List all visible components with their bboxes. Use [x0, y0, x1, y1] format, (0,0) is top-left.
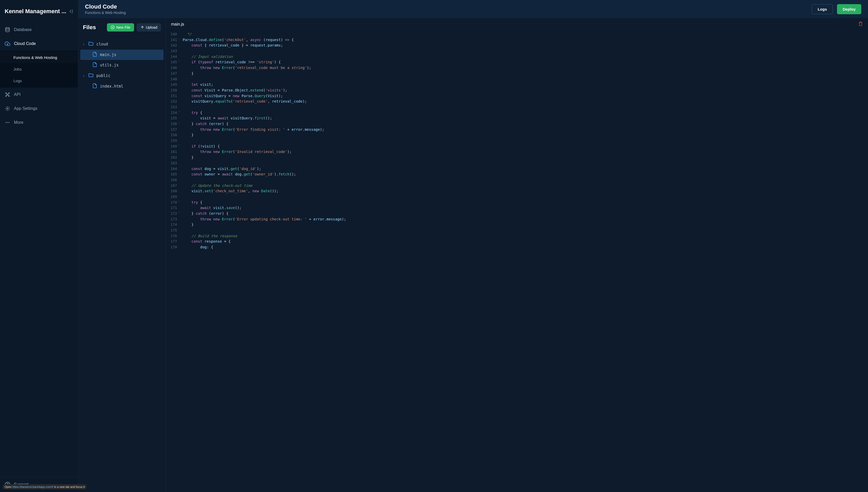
folder-icon [88, 41, 94, 48]
logs-button[interactable]: Logs [812, 4, 833, 14]
header-titles: Cloud Code Functions & Web Hosting [85, 3, 126, 15]
sidebar-header: Kennel Management ... [0, 0, 78, 23]
gear-icon [5, 106, 10, 112]
sidebar: Kennel Management ... Database Cloud Cod… [0, 0, 78, 492]
upload-button[interactable]: Upload [137, 23, 161, 31]
main-header: Cloud Code Functions & Web Hosting Logs … [78, 0, 868, 18]
line-gutter: 140141▾142143144145▾14614714814915015115… [166, 30, 180, 492]
page-subtitle: Functions & Web Hosting [85, 10, 126, 15]
page-title: Cloud Code [85, 3, 126, 10]
svg-point-0 [6, 28, 9, 29]
nav-label: Cloud Code [14, 41, 36, 46]
files-actions: New File Upload [107, 23, 161, 31]
files-panel: Files New File Upload ▾ [78, 18, 166, 492]
caret-down-icon: ▾ [83, 43, 85, 46]
nav-item-more[interactable]: More [0, 116, 78, 129]
editor-tab-active[interactable]: main.js [171, 22, 184, 27]
svg-point-2 [6, 93, 6, 94]
plus-circle-icon [110, 25, 115, 29]
deploy-button[interactable]: Deploy [837, 4, 861, 14]
file-utils-js[interactable]: utils.js [78, 60, 165, 70]
svg-point-4 [6, 96, 6, 96]
new-file-button[interactable]: New File [107, 23, 134, 31]
app-title: Kennel Management ... [5, 8, 66, 15]
files-title: Files [83, 24, 96, 31]
nav-label: More [14, 120, 23, 125]
nav-item-app-settings[interactable]: App Settings [0, 102, 78, 116]
nav-item-api[interactable]: API [0, 88, 78, 102]
file-icon [92, 52, 97, 58]
file-icon [92, 62, 97, 68]
svg-point-7 [6, 122, 6, 123]
api-icon [5, 92, 10, 97]
folder-icon [88, 72, 94, 79]
nav-item-database[interactable]: Database [0, 23, 78, 37]
cloud-icon [5, 41, 10, 47]
folder-public[interactable]: ▾ public [78, 70, 165, 81]
editor-tabs: main.js [166, 18, 868, 30]
delete-file-button[interactable] [858, 21, 863, 27]
editor-panel: main.js 140141▾142143144145▾146147148149… [166, 18, 868, 492]
more-icon [5, 120, 10, 125]
file-main-js[interactable]: main.js [80, 50, 163, 60]
file-tree: ▾ cloud main.js utils.js [78, 37, 165, 94]
subnav-logs[interactable]: Logs [0, 75, 78, 87]
collapse-icon [68, 8, 73, 14]
cloud-code-subnav: Functions & Web Hosting Jobs Logs [0, 51, 78, 88]
content-split: Files New File Upload ▾ [78, 18, 868, 492]
url-tooltip: Open https://backend.back4app.com/# in a… [3, 484, 87, 489]
code-content[interactable]: */Parse.Cloud.define('checkOut', async (… [180, 30, 868, 492]
nav-label: API [14, 92, 21, 97]
nav-list: Database Cloud Code Functions & Web Host… [0, 23, 78, 477]
svg-point-5 [8, 96, 9, 96]
main-area: Cloud Code Functions & Web Hosting Logs … [78, 0, 868, 492]
nav-item-cloud-code[interactable]: Cloud Code [0, 37, 78, 51]
subnav-functions[interactable]: Functions & Web Hosting [0, 52, 78, 63]
nav-label: Database [14, 27, 32, 32]
header-actions: Logs Deploy [812, 4, 861, 14]
code-editor[interactable]: 140141▾142143144145▾14614714814915015115… [166, 30, 868, 492]
file-index-html[interactable]: index.html [78, 81, 165, 92]
files-header: Files New File Upload [78, 18, 165, 37]
tooltip-url[interactable]: https://backend.back4app.com/# [12, 485, 53, 488]
svg-point-3 [8, 93, 9, 94]
nav-label: App Settings [14, 106, 37, 111]
svg-point-8 [7, 122, 8, 123]
subnav-jobs[interactable]: Jobs [0, 63, 78, 75]
database-icon [5, 27, 10, 32]
svg-point-9 [8, 122, 9, 123]
svg-point-6 [7, 108, 8, 109]
folder-cloud[interactable]: ▾ cloud [78, 39, 165, 50]
upload-icon [140, 25, 145, 29]
caret-down-icon: ▾ [83, 74, 85, 77]
trash-icon [858, 21, 863, 26]
file-icon [92, 83, 97, 90]
collapse-sidebar-button[interactable] [68, 8, 73, 14]
